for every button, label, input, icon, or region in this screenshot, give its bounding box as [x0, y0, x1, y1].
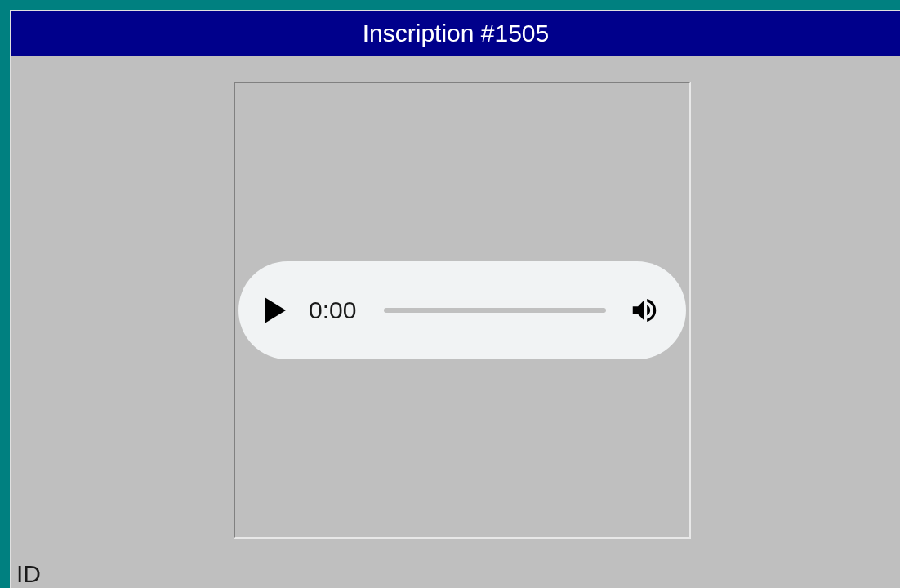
- window-frame: Inscription #1505 0:00 ID: [10, 10, 900, 588]
- audio-player: 0:00: [238, 261, 686, 359]
- current-time: 0:00: [309, 296, 361, 324]
- content-area: 0:00 ID: [11, 56, 900, 588]
- play-icon[interactable]: [265, 297, 286, 323]
- volume-icon[interactable]: [629, 295, 660, 326]
- title-bar: Inscription #1505: [11, 11, 900, 56]
- media-container: 0:00: [234, 82, 691, 539]
- id-label: ID: [16, 560, 41, 588]
- window-title: Inscription #1505: [363, 20, 550, 47]
- progress-slider[interactable]: [384, 308, 606, 313]
